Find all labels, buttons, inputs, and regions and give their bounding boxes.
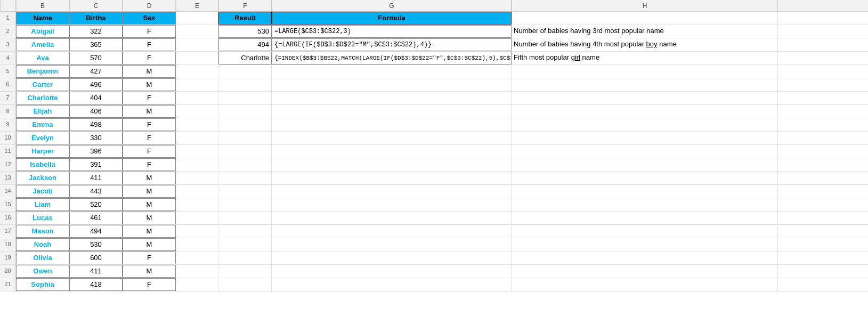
cell-sex-emma[interactable]: F (123, 118, 176, 131)
grid-row-12: 12 Isabella 391 F (0, 158, 868, 172)
cell-name-owen[interactable]: Owen (16, 265, 69, 278)
cell-name-ava[interactable]: Ava (16, 52, 69, 64)
cell-sex-liam[interactable]: M (123, 198, 176, 211)
cell-f-21 (218, 278, 272, 291)
cell-name-elijah[interactable]: Elijah (16, 105, 69, 118)
cell-name-liam[interactable]: Liam (16, 198, 69, 211)
cell-name-header[interactable]: Name (16, 12, 69, 25)
cell-births-elijah[interactable]: 406 (69, 105, 123, 118)
cell-e-15 (176, 198, 218, 211)
grid-row-18: 18 Noah 530 M (0, 238, 868, 252)
cell-rownum-10: 10 (0, 132, 16, 144)
cell-births-owen[interactable]: 411 (69, 265, 123, 278)
cell-g-20 (272, 265, 512, 278)
cell-sex-abigail[interactable]: F (123, 25, 176, 38)
cell-births-jacob[interactable]: 443 (69, 185, 123, 198)
cell-sex-sophia[interactable]: F (123, 278, 176, 291)
grid-row-4: 4 Ava 570 F Charlotte {=INDEX($B$3:$B$22… (0, 52, 868, 65)
cell-result-header[interactable]: Result (218, 12, 272, 25)
cell-name-mason[interactable]: Mason (16, 225, 69, 238)
cell-births-olivia[interactable]: 600 (69, 252, 123, 264)
cell-name-emma[interactable]: Emma (16, 118, 69, 131)
cell-births-sophia[interactable]: 418 (69, 278, 123, 291)
cell-sex-carter[interactable]: M (123, 78, 176, 91)
cell-sex-charlotte[interactable]: F (123, 92, 176, 104)
cell-sex-harper[interactable]: F (123, 145, 176, 158)
cell-formula-2[interactable]: {=LARGE(IF($D$3:$D$22="M",$C$3:$C$22),4)… (272, 38, 512, 51)
cell-births-mason[interactable]: 494 (69, 225, 123, 238)
cell-result-1[interactable]: 530 (218, 25, 272, 38)
grid-row-16: 16 Lucas 461 M (0, 212, 868, 225)
cell-births-lucas[interactable]: 461 (69, 212, 123, 224)
cell-name-isabella[interactable]: Isabella (16, 158, 69, 171)
cell-name-jacob[interactable]: Jacob (16, 185, 69, 198)
cell-sex-lucas[interactable]: M (123, 212, 176, 224)
cell-result-2[interactable]: 494 (218, 38, 272, 51)
cell-name-evelyn[interactable]: Evelyn (16, 132, 69, 144)
cell-sex-benjamin[interactable]: M (123, 65, 176, 78)
cell-births-carter[interactable]: 496 (69, 78, 123, 91)
cell-births-benjamin[interactable]: 427 (69, 65, 123, 78)
cell-births-jackson[interactable]: 411 (69, 172, 123, 184)
cell-births-abigail[interactable]: 322 (69, 25, 123, 38)
cell-sex-jackson[interactable]: M (123, 172, 176, 184)
cell-h-1 (512, 12, 778, 25)
grid-row-2: 2 Abigail 322 F 530 =LARGE($C$3:$C$22,3)… (0, 25, 868, 38)
cell-births-harper[interactable]: 396 (69, 145, 123, 158)
cell-e-14 (176, 185, 218, 198)
grid-row-5: 5 Benjamin 427 M (0, 65, 868, 78)
cell-sex-mason[interactable]: M (123, 225, 176, 238)
cell-h-14 (512, 185, 778, 198)
cell-f-7 (218, 92, 272, 104)
cell-name-jackson[interactable]: Jackson (16, 172, 69, 184)
cell-births-emma[interactable]: 498 (69, 118, 123, 131)
grid-row-11: 11 Harper 396 F (0, 145, 868, 158)
cell-births-noah[interactable]: 530 (69, 238, 123, 251)
cell-sex-amelia[interactable]: F (123, 38, 176, 51)
cell-births-ava[interactable]: 570 (69, 52, 123, 64)
cell-sex-ava[interactable]: F (123, 52, 176, 64)
cell-births-isabella[interactable]: 391 (69, 158, 123, 171)
cell-births-amelia[interactable]: 365 (69, 38, 123, 51)
cell-f-17 (218, 225, 272, 238)
cell-name-lucas[interactable]: Lucas (16, 212, 69, 224)
cell-name-abigail[interactable]: Abigail (16, 25, 69, 38)
cell-sex-evelyn[interactable]: F (123, 132, 176, 144)
cell-sex-jacob[interactable]: M (123, 185, 176, 198)
cell-births-charlotte[interactable]: 404 (69, 92, 123, 104)
cell-sex-owen[interactable]: M (123, 265, 176, 278)
cell-e-21 (176, 278, 218, 291)
cell-births-liam[interactable]: 520 (69, 198, 123, 211)
cell-name-carter[interactable]: Carter (16, 78, 69, 91)
cell-births-header[interactable]: Births (69, 12, 123, 25)
cell-f-6 (218, 78, 272, 91)
cell-name-benjamin[interactable]: Benjamin (16, 65, 69, 78)
cell-g-12 (272, 158, 512, 171)
cell-name-charlotte[interactable]: Charlotte (16, 92, 69, 104)
cell-formula-header[interactable]: Formula (272, 12, 512, 25)
cell-g-11 (272, 145, 512, 158)
cell-name-harper[interactable]: Harper (16, 145, 69, 158)
cell-h-13 (512, 172, 778, 184)
cell-f-20 (218, 265, 272, 278)
cell-f-18 (218, 238, 272, 251)
cell-formula-1[interactable]: =LARGE($C$3:$C$22,3) (272, 25, 512, 38)
cell-name-olivia[interactable]: Olivia (16, 252, 69, 264)
cell-sex-olivia[interactable]: F (123, 252, 176, 264)
cell-formula-3[interactable]: {=INDEX($B$3:$B$22,MATCH(LARGE(IF($D$3:$… (272, 52, 512, 64)
cell-f-13 (218, 172, 272, 184)
cell-sex-isabella[interactable]: F (123, 158, 176, 171)
cell-births-evelyn[interactable]: 330 (69, 132, 123, 144)
cell-sex-header[interactable]: Sex (123, 12, 176, 25)
cell-g-6 (272, 78, 512, 91)
cell-name-noah[interactable]: Noah (16, 238, 69, 251)
cell-name-sophia[interactable]: Sophia (16, 278, 69, 291)
cell-sex-noah[interactable]: M (123, 238, 176, 251)
col-header-h: H (512, 0, 778, 11)
cell-e-13 (176, 172, 218, 184)
cell-result-3[interactable]: Charlotte (218, 52, 272, 64)
cell-name-amelia[interactable]: Amelia (16, 38, 69, 51)
grid-row-3: 3 Amelia 365 F 494 {=LARGE(IF($D$3:$D$22… (0, 38, 868, 52)
col-header-e: E (176, 0, 218, 11)
cell-sex-elijah[interactable]: M (123, 105, 176, 118)
